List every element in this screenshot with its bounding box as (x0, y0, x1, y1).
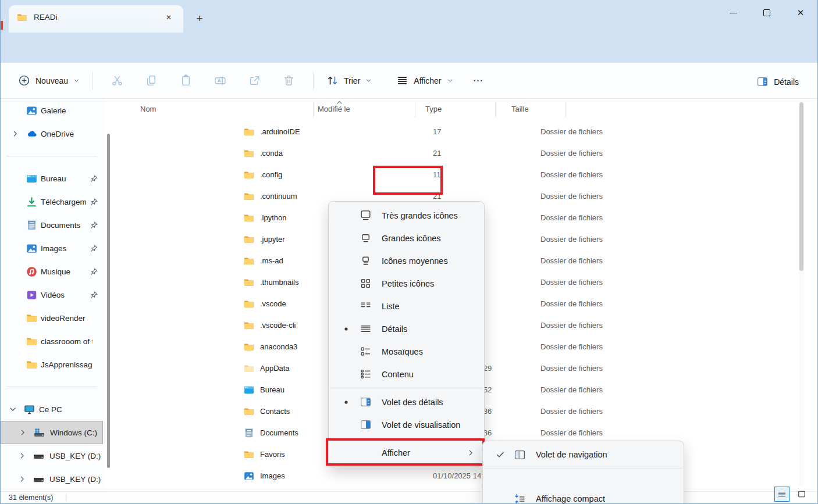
sidebar-scrollbar[interactable] (107, 134, 110, 468)
sidebar-item[interactable]: USB_KEY (D:) (1, 467, 105, 491)
file-type: Dossier de fichiers (535, 321, 615, 330)
file-rows: .arduinoIDE 17 Dossier de fichiers .cond… (235, 121, 811, 487)
close-button[interactable]: ✕ (784, 0, 817, 26)
file-row[interactable]: .vscode 24 Dossier de fichiers (235, 293, 811, 314)
maximize-button[interactable] (750, 0, 784, 26)
highlight-box-view-button (373, 166, 443, 195)
file-row[interactable]: .ms-ad 31 Dossier de fichiers (235, 250, 811, 271)
file-type: Dossier de fichiers (535, 428, 615, 437)
sidebar-item[interactable]: Ce PC (1, 398, 105, 421)
toolbar-action-button[interactable] (237, 69, 272, 92)
file-row[interactable]: .config 11 Dossier de fichiers (235, 164, 811, 185)
monitor-icon (24, 404, 35, 415)
view-menu-item[interactable]: Contenu (329, 363, 484, 385)
view-submenu-item[interactable] (483, 466, 684, 488)
column-header-type[interactable]: Type (425, 105, 442, 113)
file-row[interactable]: Bureau 01/10/2025 14:52 Dossier de fichi… (235, 379, 811, 401)
view-menu-item[interactable]: Détails (329, 317, 484, 340)
view-submenu-item-label: Volet de navigation (536, 450, 607, 459)
sidebar-item[interactable]: JsApprenissage2 (1, 353, 105, 376)
chevron-down-icon (365, 77, 372, 84)
chevron-right-icon[interactable] (19, 428, 27, 437)
file-name: .vscode-cli (260, 321, 296, 330)
toolbar-action-button[interactable] (203, 69, 237, 92)
file-row[interactable]: AppData 22/09/2025 18:29 Dossier de fich… (235, 358, 811, 379)
file-name: .thumbnails (260, 278, 298, 287)
file-row[interactable]: .conda 21 Dossier de fichiers (235, 142, 811, 164)
column-header-name[interactable]: Nom (140, 105, 156, 113)
file-row[interactable]: .arduinoIDE 17 Dossier de fichiers (235, 121, 811, 142)
more-options-button[interactable]: … (467, 72, 490, 89)
sidebar-item[interactable]: Bureau (1, 167, 105, 190)
file-row[interactable]: Contacts 22/09/2025 17:36 Dossier de fic… (235, 401, 811, 422)
chevron-right-icon[interactable] (18, 475, 26, 483)
toolbar-action-button[interactable] (134, 69, 169, 92)
view-menu-item[interactable]: Volet des détails (329, 391, 484, 413)
tab-close-icon[interactable]: ✕ (161, 10, 176, 25)
column-header-modified[interactable]: Modifié le (318, 105, 350, 113)
sidebar-item[interactable]: OneDrive (1, 122, 105, 145)
column-header-size[interactable]: Taille (511, 105, 529, 113)
chevron-down-icon[interactable] (9, 405, 17, 413)
details-pane-button[interactable]: Détails (751, 71, 805, 92)
sidebar-item[interactable] (1, 145, 105, 167)
toolbar-action-button[interactable] (100, 69, 134, 92)
sidebar-item[interactable]: videoRender (1, 306, 105, 330)
new-tab-button[interactable]: + (191, 10, 208, 27)
sort-button[interactable]: Trier (321, 70, 378, 91)
new-button[interactable]: Nouveau (12, 70, 86, 91)
view-menu-item[interactable]: Grandes icônes (329, 227, 484, 249)
file-row[interactable]: anaconda3 21 Dossier de fichiers (235, 336, 811, 358)
sidebar-item[interactable]: Documents (1, 213, 105, 237)
sidebar-item-label: Ce PC (39, 405, 93, 414)
chevron-right-icon[interactable] (18, 452, 26, 460)
file-type: Dossier de fichiers (535, 342, 615, 351)
details-view-toggle[interactable] (774, 487, 789, 502)
view-menu-item[interactable]: Petites icônes (329, 272, 484, 295)
view-menu-item[interactable]: Icônes moyennes (329, 249, 484, 272)
file-type: Dossier de fichiers (535, 256, 615, 265)
view-button[interactable]: Afficher (390, 70, 458, 91)
picture-icon (244, 471, 254, 481)
sidebar-item[interactable] (1, 376, 105, 398)
sidebar-item[interactable]: Musique (1, 260, 105, 283)
view-menu-item[interactable]: Très grandes icônes (329, 204, 484, 227)
file-row[interactable]: .continuum 21 Dossier de fichiers (235, 185, 811, 207)
chevron-right-icon[interactable] (11, 130, 19, 138)
view-submenu-item[interactable]: Affichage compact (483, 488, 684, 504)
toolbar-separator (93, 72, 93, 90)
file-name: .ipython (260, 213, 287, 222)
compact-icon (514, 493, 526, 504)
item-count: 31 élément(s) (9, 494, 53, 502)
sidebar-item[interactable]: Téléchargem (1, 190, 105, 213)
folder-icon (26, 336, 37, 347)
file-row[interactable]: .ipython 21 Dossier de fichiers (235, 207, 811, 228)
command-toolbar: Nouveau Trier Aff (1, 63, 817, 99)
sidebar-item[interactable]: classrooom of th (1, 330, 105, 353)
folder-icon (244, 256, 254, 266)
view-menu-item[interactable]: Mosaïques (329, 340, 484, 363)
file-name: .arduinoIDE (260, 127, 300, 136)
sidebar-item[interactable]: Windows (C:) (1, 421, 103, 444)
view-submenu-item[interactable]: Volet de navigation (483, 444, 684, 466)
view-menu-item[interactable]: Volet de visualisation (329, 413, 484, 436)
file-row[interactable]: .jupyter 21 Dossier de fichiers (235, 228, 811, 250)
view-menu-item[interactable]: Liste (329, 295, 484, 317)
sidebar-item[interactable]: Images (1, 237, 105, 260)
sidebar-item[interactable]: Vidéos (1, 283, 105, 306)
bullet-icon (342, 324, 351, 334)
toolbar-action-button[interactable] (272, 69, 306, 92)
sidebar-item-label: Documents (41, 221, 93, 230)
sidebar-item[interactable]: USB_KEY (D:) (1, 444, 105, 467)
file-row[interactable]: .vscode-cli 17 Dossier de fichiers (235, 314, 811, 336)
explorer-tab[interactable]: READi ✕ (9, 5, 183, 33)
icons-view-toggle[interactable] (794, 487, 809, 502)
file-list-scrollbar[interactable] (799, 102, 804, 486)
toolbar-action-button[interactable] (169, 69, 203, 92)
minimize-button[interactable] (716, 0, 750, 26)
sidebar-item[interactable]: Galerie (1, 99, 105, 122)
view-menu-item[interactable] (329, 385, 484, 391)
drive-icon (33, 474, 44, 485)
file-row[interactable]: .thumbnails 02 Dossier de fichiers (235, 271, 811, 293)
folder-icon (244, 127, 254, 137)
